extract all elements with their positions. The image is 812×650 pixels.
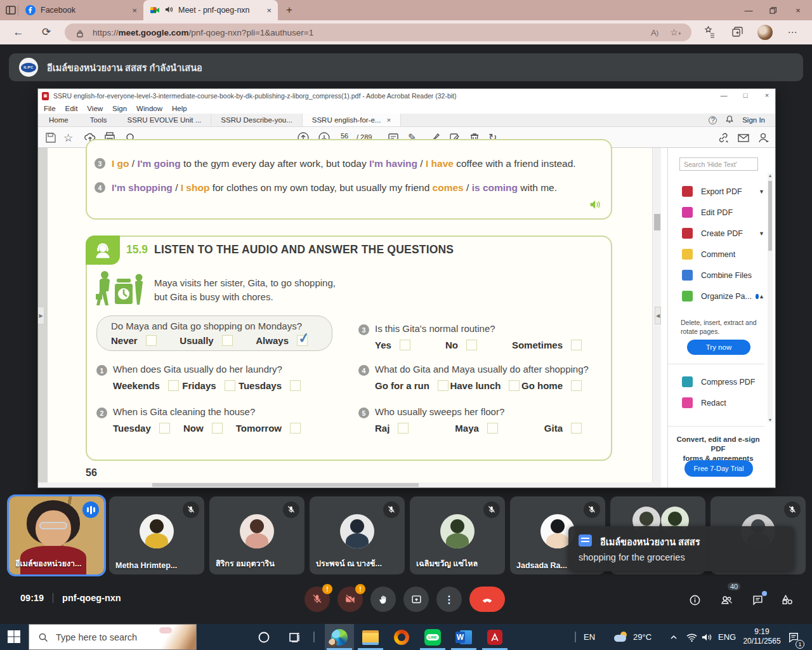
cortana-button[interactable] — [249, 624, 278, 650]
document-horizontal-scrollbar[interactable] — [38, 482, 661, 488]
right-pane-expander[interactable]: ◀ — [655, 307, 661, 324]
new-tab-button[interactable]: + — [282, 3, 297, 18]
tab-search-icon[interactable] — [5, 4, 16, 16]
tray-clock[interactable]: 9:19 20/11/2565 — [740, 624, 784, 650]
acrobat-tab-4[interactable]: SSRU Describe-you... — [211, 114, 302, 126]
send-mail-icon[interactable] — [737, 131, 750, 144]
participant-tile-2[interactable]: Metha Hrimtep... — [109, 496, 204, 574]
participant-tile-4[interactable]: ประพจน์ ณ บางช้... — [310, 496, 405, 574]
participant-tile-1[interactable]: อีเมล์ของหน่วยงา... — [9, 496, 104, 574]
tray-weather[interactable]: 29°C — [614, 624, 652, 650]
camera-button[interactable]: ! — [337, 587, 363, 612]
scrollbar-thumb[interactable] — [768, 181, 772, 251]
collections-icon[interactable] — [731, 26, 743, 39]
menu-view[interactable]: View — [87, 105, 103, 112]
more-options-button[interactable]: ⋮ — [436, 587, 462, 612]
checkbox[interactable] — [212, 423, 223, 434]
menu-sign[interactable]: Sign — [112, 105, 127, 112]
browser-close-button[interactable]: × — [784, 0, 812, 20]
present-button[interactable] — [403, 587, 429, 612]
sign-in-button[interactable]: Sign In — [742, 116, 765, 124]
acrobat-tab-2[interactable]: Tools — [79, 114, 118, 126]
audio-icon[interactable] — [589, 199, 602, 211]
add-favorite-icon[interactable]: ☆+ — [670, 27, 681, 37]
panel-tool-compress-pdf[interactable]: Compress PDF — [668, 371, 764, 392]
checkbox[interactable] — [438, 380, 449, 391]
scrollbar-thumb[interactable] — [654, 214, 660, 230]
save-icon[interactable] — [44, 131, 57, 144]
star-icon[interactable]: ☆ — [63, 131, 76, 144]
participants-icon[interactable] — [718, 592, 735, 608]
chevron-down-icon[interactable]: ▼ — [759, 189, 764, 195]
end-call-button[interactable] — [469, 587, 505, 612]
task-view-button[interactable] — [280, 624, 309, 650]
wifi-icon[interactable] — [686, 624, 697, 650]
taskbar-app-edge[interactable] — [325, 624, 354, 650]
checkbox[interactable] — [159, 423, 170, 434]
tray-chevron-icon[interactable] — [670, 624, 678, 650]
browser-tab-1[interactable]: Facebook× — [19, 0, 143, 20]
panel-tool-comment[interactable]: Comment — [668, 244, 764, 265]
checkbox[interactable] — [225, 380, 235, 391]
mic-button[interactable]: ! — [304, 587, 330, 612]
checkbox[interactable] — [168, 380, 179, 391]
read-aloud-icon[interactable]: A) — [651, 28, 658, 37]
checkbox[interactable] — [571, 340, 582, 350]
help-icon[interactable]: ? — [709, 116, 717, 124]
profile-icon[interactable] — [757, 131, 770, 144]
tab-audio-icon[interactable] — [165, 6, 173, 15]
panel-tool-combine-files[interactable]: Combine Files — [668, 265, 764, 286]
scrollbar-thumb[interactable] — [152, 483, 419, 487]
acrobat-minimize-button[interactable]: — — [714, 89, 733, 102]
tray-lang-short[interactable]: EN — [584, 624, 595, 650]
acrobat-tab-3[interactable]: SSRU EVOLVE Unit ... — [118, 114, 212, 126]
checkbox[interactable] — [487, 423, 498, 434]
refresh-icon[interactable]: ⟳ — [39, 25, 53, 39]
tools-search-input[interactable] — [679, 157, 758, 171]
checkbox[interactable] — [290, 380, 301, 391]
panel-tool-redact[interactable]: Redact — [668, 392, 764, 413]
browser-restore-button[interactable] — [759, 0, 787, 20]
checkbox[interactable] — [290, 423, 301, 434]
start-button[interactable] — [6, 629, 22, 644]
acrobat-tab-5[interactable]: SSRU english-for-e...× — [303, 114, 401, 126]
taskbar-app-word[interactable]: W — [449, 624, 478, 650]
panel-tool-create-pdf[interactable]: Create PDF▼ — [668, 223, 764, 244]
taskbar-app-line[interactable]: LINE — [418, 624, 447, 650]
tab-close-icon[interactable]: × — [386, 116, 391, 124]
tray-lang[interactable]: ENG — [718, 624, 736, 650]
volume-icon[interactable] — [702, 624, 712, 650]
taskbar-search-box[interactable]: Type here to search — [29, 624, 197, 650]
raise-hand-button[interactable] — [370, 587, 396, 612]
taskbar-app-file-explorer[interactable] — [356, 624, 385, 650]
checkbox[interactable] — [571, 380, 582, 391]
menu-edit[interactable]: Edit — [65, 105, 78, 112]
activities-icon[interactable] — [779, 592, 796, 608]
browser-menu-icon[interactable]: ⋯ — [785, 25, 799, 39]
checkbox-checked[interactable] — [297, 335, 308, 346]
chat-panel-icon[interactable] — [749, 592, 766, 608]
checkbox[interactable] — [398, 423, 409, 434]
share-link-icon[interactable] — [717, 131, 730, 144]
acrobat-close-button[interactable]: × — [757, 89, 776, 102]
favorites-icon[interactable] — [703, 26, 716, 39]
tab-close-icon[interactable]: × — [266, 6, 272, 15]
checkbox[interactable] — [509, 380, 520, 391]
checkbox[interactable] — [571, 423, 582, 434]
action-center-button[interactable]: 1 — [788, 624, 799, 650]
notification-bell-icon[interactable] — [726, 114, 733, 126]
panel-tool-edit-pdf[interactable]: Edit PDF — [668, 202, 764, 223]
browser-profile-avatar[interactable] — [757, 25, 773, 40]
checkbox[interactable] — [222, 335, 233, 346]
taskbar-app-office[interactable] — [387, 624, 416, 650]
browser-tab-2[interactable]: Meet - pnf-qoeg-nxn× — [143, 0, 278, 20]
participant-tile-3[interactable]: สิริกร อมฤตวาริน — [209, 496, 304, 574]
tab-close-icon[interactable]: × — [132, 6, 137, 15]
menu-help[interactable]: Help — [172, 105, 187, 112]
menu-file[interactable]: File — [44, 105, 56, 112]
free-trial-button[interactable]: Free 7-Day Trial — [684, 460, 753, 477]
chat-notification-popup[interactable]: อีเมล์ของหน่วยงาน สสสร shopping for the … — [568, 526, 794, 571]
meeting-details-icon[interactable] — [686, 592, 703, 608]
try-now-button[interactable]: Try now — [687, 340, 750, 355]
checkbox[interactable] — [466, 340, 477, 350]
